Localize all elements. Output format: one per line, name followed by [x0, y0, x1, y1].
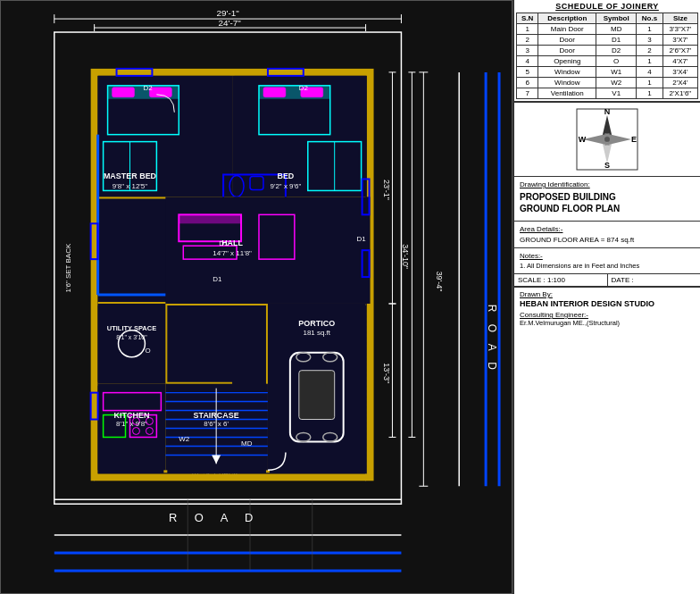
col-desc: Description [538, 13, 596, 24]
svg-text:MASTER BED: MASTER BED [104, 172, 157, 180]
col-sn: S.N [517, 13, 538, 24]
svg-rect-61 [165, 197, 370, 304]
drawn-by-label: Drawn By: [520, 290, 695, 298]
engineer-name: Er.M.Velmurugan ME.,(Structural) [520, 319, 695, 327]
svg-rect-63 [179, 214, 241, 223]
svg-text:N: N [604, 108, 611, 116]
svg-text:S: S [604, 161, 610, 170]
joinery-table: S.N Description Symbol No.s Size 1Main D… [516, 13, 698, 99]
svg-text:8'6" x 6': 8'6" x 6' [204, 420, 229, 428]
svg-text:8'1" x 9'8": 8'1" x 9'8" [116, 420, 147, 428]
date-label: DATE : [608, 274, 701, 286]
svg-text:23'-1": 23'-1" [382, 180, 391, 200]
floor-plan-svg: 29'-1" 24'-7" 39'-4" 34'-10" 23'-1" [1, 1, 512, 593]
studio-name: HEBAN INTERIOR DESIGN STUDIO [520, 299, 695, 308]
svg-text:9'8" x 12'5": 9'8" x 12'5" [112, 182, 147, 190]
main-container: 29'-1" 24'-7" 39'-4" 34'-10" 23'-1" [0, 0, 700, 594]
compass-area: N S E W [514, 103, 700, 177]
svg-point-139 [604, 137, 610, 142]
svg-text:13'-3": 13'-3" [382, 363, 391, 383]
svg-text:W2: W2 [179, 435, 190, 443]
table-row: 5WindowW143'X4' [517, 67, 698, 78]
drawing-info: Drawing Identification: PROPOSED BUILDIN… [514, 177, 700, 222]
svg-text:MD: MD [241, 439, 253, 448]
notes-item-1: 1. All Dimensions are in Feet and Inches [520, 262, 695, 270]
svg-rect-45 [112, 88, 135, 97]
svg-text:UTILITY SPACE: UTILITY SPACE [107, 324, 156, 332]
table-row: 3DoorD222'6"X7' [517, 46, 698, 56]
drawing-id-label: Drawing Identification: [520, 180, 695, 188]
table-row: 6WindowW212'X4' [517, 78, 698, 88]
svg-rect-93 [299, 371, 335, 420]
area-value: GROUND FLOOR AREA = 874 sq.ft [520, 236, 695, 244]
svg-text:E: E [631, 135, 637, 144]
col-size: Size [662, 13, 697, 24]
svg-text:D1: D1 [212, 275, 222, 283]
table-row: 2DoorD133'X7' [517, 35, 698, 46]
svg-text:8'1" x 3'10": 8'1" x 3'10" [116, 334, 147, 340]
svg-text:PORTICO: PORTICO [298, 319, 335, 328]
svg-text:O: O [145, 347, 150, 355]
svg-text:D1: D1 [357, 235, 367, 243]
drawing-title: PROPOSED BUILDING GROUND FLOOR PLAN [520, 191, 695, 214]
joinery-section: SCHEDULE OF JOINERY S.N Description Symb… [514, 0, 700, 103]
area-details: Area Details:- GROUND FLOOR AREA = 874 s… [514, 222, 700, 248]
floor-plan-area: 29'-1" 24'-7" 39'-4" 34'-10" 23'-1" [0, 0, 512, 594]
area-label: Area Details:- [520, 225, 695, 233]
drawn-by: Drawn By: HEBAN INTERIOR DESIGN STUDIO C… [514, 287, 700, 330]
svg-text:HALL: HALL [221, 238, 243, 247]
table-row: 1Main DoorMD13'3"X7' [517, 24, 698, 35]
scale-label: SCALE : 1:100 [514, 274, 608, 286]
table-row: 4OpeningO14'X7' [517, 56, 698, 67]
notes-section: Notes:- 1. All Dimensions are in Feet an… [514, 248, 700, 274]
svg-text:R O A D: R O A D [486, 305, 498, 374]
svg-text:1'6" SET BACK: 1'6" SET BACK [64, 243, 72, 292]
table-row: 7VentilationV112'X1'6" [517, 88, 698, 99]
col-symbol: Symbol [596, 13, 637, 24]
svg-text:D2: D2 [299, 84, 309, 92]
svg-text:29'-1": 29'-1" [216, 8, 239, 18]
consulting-label: Consulting Engineer:- [520, 311, 695, 319]
svg-text:W: W [579, 135, 587, 144]
svg-text:STAIRCASE: STAIRCASE [194, 411, 239, 420]
svg-text:14'7" x 11'8": 14'7" x 11'8" [212, 249, 252, 257]
notes-label: Notes:- [520, 252, 695, 260]
svg-text:34'-10": 34'-10" [401, 244, 410, 269]
svg-text:R  O  A  D: R O A D [169, 511, 261, 524]
col-nos: No.s [637, 13, 663, 24]
scale-date: SCALE : 1:100 DATE : [514, 274, 700, 287]
svg-text:KITCHEN: KITCHEN [114, 411, 150, 420]
svg-rect-46 [149, 88, 171, 97]
svg-rect-66 [98, 304, 166, 384]
svg-text:BED: BED [277, 172, 294, 180]
joinery-title: SCHEDULE OF JOINERY [516, 2, 698, 11]
info-panel: SCHEDULE OF JOINERY S.N Description Symb… [512, 0, 700, 594]
svg-rect-53 [263, 88, 286, 97]
svg-text:9'2" x 9'6": 9'2" x 9'6" [270, 182, 301, 190]
svg-text:24'-7": 24'-7" [218, 18, 241, 28]
svg-text:181 sq.ft: 181 sq.ft [303, 329, 330, 337]
compass-svg: N S E W [576, 108, 638, 171]
svg-text:39'-4": 39'-4" [435, 272, 444, 292]
svg-text:D2: D2 [143, 84, 153, 92]
